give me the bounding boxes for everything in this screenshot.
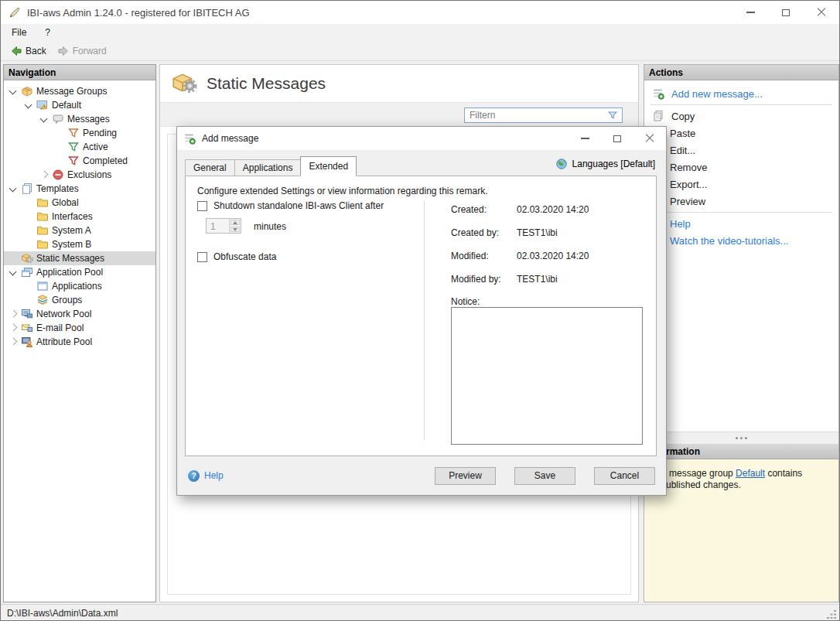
nav-item-interfaces[interactable]: Interfaces [4, 210, 155, 223]
spinner-down-button[interactable] [230, 227, 240, 232]
navigation-tree: Message Groups Default Messages Pending [4, 80, 155, 349]
chevron-down-icon [233, 228, 237, 231]
obfuscate-checkbox[interactable] [197, 252, 207, 262]
action-preview[interactable]: Preview [644, 193, 838, 210]
dialog-close-button[interactable] [633, 127, 666, 150]
close-icon [645, 134, 654, 143]
action-video-tutorials[interactable]: Watch the video-tutorials... [644, 232, 838, 249]
application-pool-icon [21, 266, 33, 278]
tab-extended[interactable]: Extended [300, 156, 357, 176]
network-pool-icon [21, 308, 33, 320]
nav-label: Application Pool [36, 267, 103, 278]
nav-label: Pending [83, 128, 117, 138]
notice-textarea[interactable] [451, 307, 643, 445]
info-default-link[interactable]: Default [736, 468, 765, 479]
dialog-maximize-button[interactable] [601, 127, 633, 150]
filter-funnel-icon[interactable] [607, 110, 618, 121]
menu-file[interactable]: File [4, 26, 34, 39]
nav-item-completed[interactable]: Completed [4, 154, 155, 168]
back-button[interactable]: Back [7, 43, 50, 59]
nav-item-pending[interactable]: Pending [4, 126, 155, 140]
action-label: Help [670, 218, 691, 230]
shutdown-checkbox[interactable] [197, 201, 207, 211]
help-icon: ? [188, 470, 200, 482]
dialog-footer: ? Help Preview Save Cancel [177, 456, 666, 495]
filter-input[interactable] [465, 109, 607, 121]
nav-label: Exclusions [67, 169, 111, 180]
nav-item-static-messages[interactable]: Static Messages [4, 251, 155, 265]
action-copy[interactable]: Copy [644, 107, 838, 125]
chevron-right-icon[interactable] [9, 323, 18, 333]
modified-row: Modified: 02.03.2020 14:20 [451, 251, 589, 261]
nav-item-email-pool[interactable]: E-mail Pool [4, 321, 155, 335]
cancel-button[interactable]: Cancel [594, 467, 655, 485]
save-button[interactable]: Save [514, 467, 575, 485]
navigation-header: Navigation [4, 65, 155, 80]
minutes-stepper[interactable]: 1 [206, 218, 241, 234]
nav-item-default[interactable]: Default [4, 98, 155, 112]
chevron-right-icon[interactable] [9, 309, 18, 319]
nav-item-application-pool[interactable]: Application Pool [4, 265, 155, 279]
field-label: Modified: [451, 251, 517, 261]
action-edit[interactable]: Edit... [644, 142, 838, 159]
chevron-right-icon[interactable] [9, 337, 18, 346]
close-button[interactable] [804, 1, 839, 24]
maximize-icon [613, 135, 621, 142]
tab-applications[interactable]: Applications [234, 159, 302, 176]
action-paste[interactable]: Paste [644, 125, 838, 142]
shutdown-checkbox-row[interactable]: Shutdown standalone IBI-aws Client after [197, 200, 384, 211]
nav-item-message-groups[interactable]: Message Groups [4, 84, 155, 98]
add-message-icon [652, 87, 664, 100]
resize-grip[interactable] [827, 609, 836, 619]
nav-item-system-a[interactable]: System A [4, 223, 155, 237]
chevron-down-icon[interactable] [9, 87, 18, 96]
information-header: Information [644, 444, 838, 459]
field-value: 02.03.2020 14:20 [517, 251, 589, 261]
action-remove[interactable]: Remove [644, 159, 838, 176]
nav-label: E-mail Pool [36, 322, 84, 333]
forward-icon [57, 45, 70, 57]
dialog-help-link[interactable]: ? Help [188, 470, 224, 482]
languages-selector[interactable]: Languages [Default] [555, 158, 655, 170]
maximize-button[interactable] [768, 1, 804, 24]
nav-item-groups[interactable]: Groups [4, 293, 155, 307]
nav-item-messages[interactable]: Messages [4, 112, 155, 126]
action-label: Watch the video-tutorials... [670, 235, 788, 247]
nav-label: Interfaces [52, 211, 93, 222]
chevron-down-icon[interactable] [39, 114, 49, 124]
nav-label: System B [52, 239, 91, 250]
nav-item-attribute-pool[interactable]: Attribute Pool [4, 335, 155, 349]
dialog-minimize-button[interactable] [569, 127, 601, 150]
filter-completed-icon [67, 155, 80, 167]
chevron-down-icon[interactable] [9, 268, 18, 277]
forward-label: Forward [73, 46, 107, 56]
minimize-button[interactable] [732, 1, 768, 24]
chevron-down-icon[interactable] [24, 101, 33, 110]
nav-item-system-b[interactable]: System B [4, 237, 155, 251]
obfuscate-label: Obfuscate data [213, 251, 276, 262]
action-help[interactable]: Help [644, 215, 838, 232]
folder-icon [36, 210, 49, 223]
chevron-right-icon[interactable] [39, 170, 49, 179]
nav-item-network-pool[interactable]: Network Pool [4, 307, 155, 321]
chevron-up-icon [233, 221, 237, 224]
nav-item-exclusions[interactable]: Exclusions [4, 168, 155, 182]
languages-label: Languages [Default] [572, 159, 655, 169]
nav-item-active[interactable]: Active [4, 140, 155, 154]
nav-label: Templates [36, 183, 79, 194]
action-add-new-message[interactable]: Add new message... [644, 85, 838, 102]
nav-item-global[interactable]: Global [4, 196, 155, 210]
forward-button[interactable]: Forward [54, 43, 110, 59]
panel-splitter[interactable] [644, 432, 838, 444]
obfuscate-checkbox-row[interactable]: Obfuscate data [197, 251, 276, 262]
nav-item-templates[interactable]: Templates [4, 182, 155, 196]
spinner-up-button[interactable] [230, 220, 240, 225]
nav-item-applications[interactable]: Applications [4, 279, 155, 293]
tab-general[interactable]: General [185, 159, 235, 176]
action-export[interactable]: Export... [644, 176, 838, 193]
chevron-down-icon[interactable] [9, 184, 18, 193]
field-label: Modified by: [451, 274, 517, 285]
menu-help[interactable]: ? [37, 26, 58, 39]
dialog-title: Add message [202, 133, 258, 144]
preview-button[interactable]: Preview [435, 467, 496, 485]
